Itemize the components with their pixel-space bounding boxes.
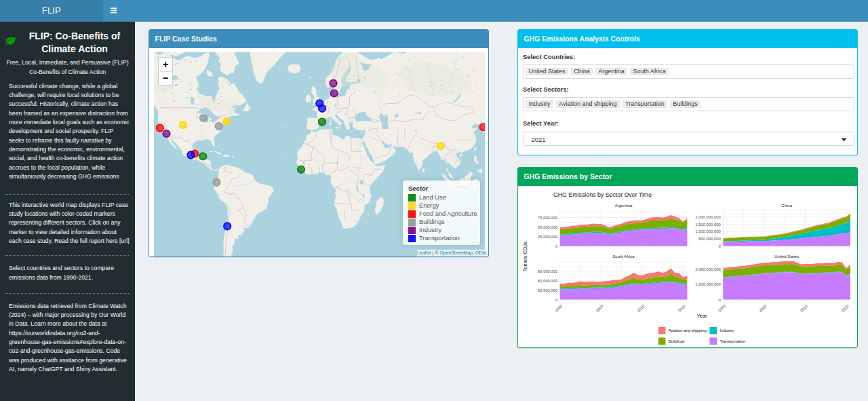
svg-text:Tonnes CO2e: Tonnes CO2e [522,242,528,272]
svg-text:0: 0 [719,298,722,302]
svg-text:China: China [781,204,792,208]
svg-text:2020: 2020 [677,303,687,313]
svg-text:30,000,000: 30,000,000 [538,288,558,292]
svg-text:25,000,000: 25,000,000 [538,235,558,239]
svg-text:50,000,000: 50,000,000 [538,225,558,229]
svg-text:South Africa: South Africa [612,254,635,259]
svg-text:0: 0 [555,298,558,302]
svg-text:United States: United States [774,254,799,259]
svg-text:2010: 2010 [636,303,646,313]
svg-text:2020: 2020 [840,303,850,313]
svg-text:GHG Emissions by Sector Over T: GHG Emissions by Sector Over Time [553,191,652,198]
svg-text:2000: 2000 [758,303,768,313]
svg-text:90,000,000: 90,000,000 [538,269,558,273]
svg-text:1,000,000,000: 1,000,000,000 [695,229,721,233]
svg-text:Transportation: Transportation [720,339,746,343]
svg-text:60,000,000: 60,000,000 [538,279,558,283]
svg-text:2,000,000,000: 2,000,000,000 [695,267,721,271]
svg-text:Industry: Industry [720,328,734,332]
svg-text:0: 0 [719,244,722,248]
svg-text:2010: 2010 [800,303,809,313]
svg-text:0: 0 [555,244,558,248]
svg-text:75,000,000: 75,000,000 [538,216,558,220]
svg-text:2,000,000,000: 2,000,000,000 [695,215,721,219]
svg-text:1990: 1990 [717,303,727,313]
svg-text:Aviation and shipping: Aviation and shipping [669,328,707,332]
svg-text:1,500,000,000: 1,500,000,000 [695,223,721,227]
svg-text:500,000,000: 500,000,000 [698,237,721,241]
svg-text:2000: 2000 [595,303,605,313]
svg-text:Buildings: Buildings [669,339,685,343]
svg-text:1,000,000,000: 1,000,000,000 [695,282,721,286]
svg-text:1990: 1990 [554,303,564,313]
svg-text:Year: Year [697,313,707,319]
svg-text:Argentina: Argentina [615,204,633,208]
